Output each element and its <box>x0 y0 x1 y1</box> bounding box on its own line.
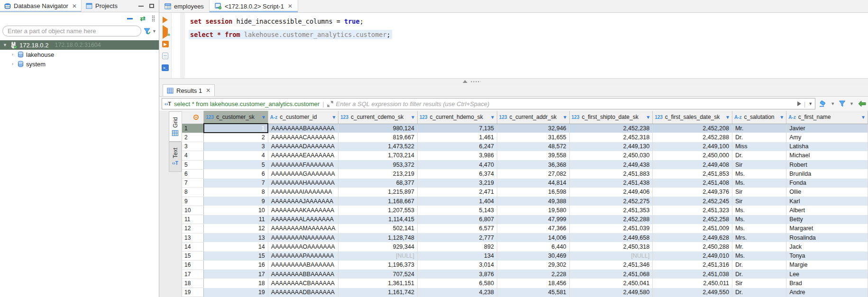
grid-cell[interactable]: 2,450,318 <box>569 242 653 251</box>
grid-cell[interactable]: 7 <box>204 179 268 188</box>
grid-cell[interactable]: 6,577 <box>417 224 497 233</box>
grid-cell[interactable]: 1,168,667 <box>338 197 418 206</box>
grid-cell[interactable]: Miss <box>732 142 786 151</box>
grid-cell[interactable]: 19 <box>204 288 268 297</box>
grid-cell[interactable]: 2,450,030 <box>569 151 653 160</box>
grid-cell[interactable]: 2,450,288 <box>653 242 732 251</box>
grid-cell[interactable]: Tonya <box>786 252 868 261</box>
grid-cell[interactable]: [NULL] <box>569 252 653 261</box>
chevron-collapsed-icon[interactable]: › <box>10 52 15 57</box>
grid-cell[interactable]: 2,449,550 <box>653 288 732 297</box>
grid-cell[interactable]: 2,451,353 <box>569 206 653 215</box>
grid-cell[interactable]: Fonda <box>786 179 868 188</box>
grid-cell[interactable]: 6 <box>204 169 268 178</box>
grid-cell[interactable]: 502,141 <box>338 224 418 233</box>
row-number-cell[interactable]: 9 <box>182 197 204 206</box>
grid-cell[interactable]: 15 <box>204 252 268 261</box>
grid-cell[interactable]: 2,777 <box>417 233 497 242</box>
grid-cell[interactable]: 1,473,522 <box>338 142 418 151</box>
row-number-cell[interactable]: 16 <box>182 261 204 270</box>
grid-cell[interactable]: Michael <box>786 151 868 160</box>
grid-cell[interactable]: 2,471 <box>417 188 497 197</box>
grid-cell[interactable]: 2,451,438 <box>569 179 653 188</box>
grid-cell[interactable]: 892 <box>417 242 497 251</box>
grid-cell[interactable]: Andre <box>786 288 868 297</box>
grid-cell[interactable]: 1,128,748 <box>338 233 418 242</box>
tree-item-system[interactable]: › system <box>0 59 159 69</box>
grid-cell[interactable]: Mr. <box>732 242 786 251</box>
column-filter-dropdown-icon[interactable]: ▼ <box>490 115 495 120</box>
view-menu-icon[interactable] <box>152 15 155 22</box>
column-filter-dropdown-icon[interactable]: ▼ <box>861 115 866 120</box>
grid-cell[interactable]: 2,451,323 <box>653 206 732 215</box>
grid-cell[interactable]: 49,388 <box>497 197 569 206</box>
grid-cell[interactable]: 2,451,068 <box>569 270 653 279</box>
grid-cell[interactable]: Ms. <box>732 169 786 178</box>
row-number-cell[interactable]: 1 <box>182 124 204 133</box>
grid-cell[interactable]: Sir <box>732 279 786 288</box>
column-header-c_current_hdemo_sk[interactable]: 123c_current_hdemo_sk▼ <box>417 111 497 124</box>
grid-cell[interactable]: AAAAAAAAPAAAAAAA <box>268 252 338 261</box>
close-icon[interactable]: ✕ <box>206 87 210 94</box>
grid-cell[interactable]: AAAAAAAAABAAAAAA <box>268 261 338 270</box>
grid-cell[interactable]: 2,452,275 <box>569 197 653 206</box>
grid-cell[interactable]: 4 <box>204 151 268 160</box>
row-number-cell[interactable]: 7 <box>182 179 204 188</box>
grid-cell[interactable]: 2,449,408 <box>653 160 732 169</box>
collapse-all-icon[interactable] <box>127 16 134 21</box>
grid-cell[interactable]: Rosalinda <box>786 233 868 242</box>
grid-cell[interactable]: 5,143 <box>417 206 497 215</box>
grid-cell[interactable]: 2 <box>204 133 268 142</box>
grid-cell[interactable]: 2,449,580 <box>569 288 653 297</box>
tree-item-connection[interactable]: ▼ 172.18.0.2 172.18.0.2:31604 <box>0 40 159 50</box>
grid-cell[interactable]: 2,452,258 <box>653 215 732 224</box>
grid-cell[interactable]: Ms. <box>732 179 786 188</box>
grid-cell[interactable]: AAAAAAAAGAAAAAAA <box>268 169 338 178</box>
grid-cell[interactable]: 5 <box>204 160 268 169</box>
grid-cell[interactable]: 1,361,151 <box>338 279 418 288</box>
grid-cell[interactable]: 6,580 <box>417 279 497 288</box>
grid-cell[interactable]: 3,876 <box>417 270 497 279</box>
grid-cell[interactable]: 6,440 <box>497 242 569 251</box>
grid-cell[interactable]: Jack <box>786 242 868 251</box>
grid-cell[interactable]: 14,006 <box>497 233 569 242</box>
grid-cell[interactable]: 2,449,376 <box>653 188 732 197</box>
grid-cell[interactable]: 980,124 <box>338 124 418 133</box>
expand-filter-icon[interactable] <box>327 101 333 107</box>
grid-cell[interactable]: 68,377 <box>338 179 418 188</box>
row-number-cell[interactable]: 2 <box>182 133 204 142</box>
grid-cell[interactable]: 2,228 <box>497 270 569 279</box>
grid-cell[interactable]: 45,581 <box>497 288 569 297</box>
splitter-handle[interactable] <box>463 80 481 83</box>
object-filter-input[interactable] <box>2 26 141 36</box>
grid-cell[interactable]: Ollie <box>786 188 868 197</box>
grid-cell[interactable]: 819,667 <box>338 133 418 142</box>
grid-cell[interactable]: 3,219 <box>417 179 497 188</box>
grid-cell[interactable]: Sir <box>732 160 786 169</box>
grid-cell[interactable]: 1,196,373 <box>338 261 418 270</box>
result-filter-input[interactable]: ‹›T select * from lakehouse.customer_ana… <box>162 98 815 109</box>
grid-cell[interactable]: AAAAAAAAEAAAAAAA <box>268 151 338 160</box>
grid-cell[interactable]: 3,014 <box>417 261 497 270</box>
column-header-c_salutation[interactable]: A-zc_salutation▼ <box>732 111 786 124</box>
column-header-c_customer_id[interactable]: A-zc_customer_id▼ <box>268 111 338 124</box>
row-number-cell[interactable]: 13 <box>182 233 204 242</box>
sql-line[interactable]: select * from lakehouse.customer_analyti… <box>189 28 868 41</box>
close-icon[interactable]: ✕ <box>72 3 77 9</box>
grid-cell[interactable]: 2,452,245 <box>653 197 732 206</box>
row-number-cell[interactable]: 8 <box>182 188 204 197</box>
grid-cell[interactable]: 953,372 <box>338 160 418 169</box>
grid-cell[interactable]: 30,469 <box>497 252 569 261</box>
result-grid[interactable]: 123c_customer_sk▼A-zc_customer_id▼123c_c… <box>182 111 868 297</box>
grid-cell[interactable]: 2,450,000 <box>653 151 732 160</box>
grid-cell[interactable]: Brunilda <box>786 169 868 178</box>
grid-cell[interactable]: 2,451,408 <box>653 179 732 188</box>
grid-cell[interactable]: Amy <box>786 133 868 142</box>
grid-cell[interactable]: 1,207,553 <box>338 206 418 215</box>
grid-cell[interactable]: 14 <box>204 242 268 251</box>
grid-cell[interactable]: AAAAAAAAOAAAAAAA <box>268 242 338 251</box>
grid-cell[interactable]: 36,368 <box>497 160 569 169</box>
grid-cell[interactable]: 2,451,346 <box>569 261 653 270</box>
execute-in-new-tab-icon[interactable]: + <box>163 28 168 36</box>
grid-cell[interactable]: Margaret <box>786 224 868 233</box>
